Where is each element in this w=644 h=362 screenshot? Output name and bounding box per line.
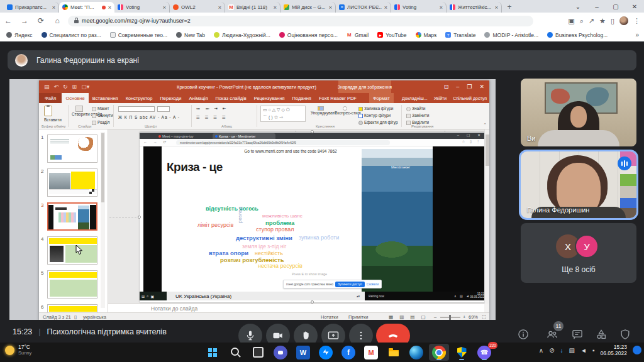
tray-display-icon[interactable]: ▤ xyxy=(569,347,575,354)
stop-sharing-button[interactable]: Зупинити доступ xyxy=(335,282,365,287)
side-panel-icon[interactable]: ▯ xyxy=(611,17,614,25)
tell-me-label[interactable]: Докладніш... xyxy=(402,96,428,101)
tab-close-icon[interactable]: × xyxy=(163,4,166,11)
slide-thumbnail-4[interactable] xyxy=(47,236,97,265)
browser-menu-icon[interactable]: ⋮ xyxy=(633,17,640,25)
zoom-percentage[interactable]: 69% xyxy=(469,314,478,320)
paste-button[interactable]: Вставити xyxy=(44,106,62,122)
browser-tab[interactable]: Вхідні (1 118)× xyxy=(225,2,280,13)
font-size-box[interactable] xyxy=(157,106,170,112)
bookmark-item[interactable]: Maps xyxy=(416,32,437,38)
browser-tab[interactable]: Voting× xyxy=(391,2,447,13)
view-buttons[interactable]: ▦ ▥ ▤ ▢ xyxy=(389,314,428,320)
tab-close-icon[interactable]: × xyxy=(440,4,443,11)
tray-download-icon[interactable]: ↓ xyxy=(560,347,564,354)
ppt-close-icon[interactable]: ✕ xyxy=(479,84,484,90)
tab-close-icon[interactable]: × xyxy=(108,4,111,11)
taskbar-icon-defender[interactable] xyxy=(452,344,472,361)
ribbon-tab-3[interactable]: Вставлення xyxy=(89,93,122,103)
taskbar-icon-messenger[interactable] xyxy=(316,344,336,361)
tab-search-icon[interactable]: ⌄ xyxy=(569,3,587,10)
ribbon-tab-2[interactable]: Основне xyxy=(62,93,88,103)
tray-mic-icon[interactable]: ⊘ xyxy=(549,347,554,354)
taskbar-icon-word[interactable] xyxy=(293,344,313,361)
tab-close-icon[interactable]: × xyxy=(218,4,221,11)
ribbon-tab-5[interactable]: Переходи xyxy=(156,93,185,103)
redo-icon[interactable]: ↻ xyxy=(63,84,68,90)
notes-toggle[interactable]: Нотатки xyxy=(321,314,338,320)
shape-effects-button[interactable]: Ефекти для фігур xyxy=(358,120,398,125)
slide-scrollbar[interactable] xyxy=(484,129,489,304)
share-label[interactable]: Спільний доступ xyxy=(453,96,487,101)
browser-tab[interactable]: Voting× xyxy=(114,2,170,13)
spellcheck-icon[interactable]: ▯ xyxy=(74,314,77,320)
meeting-details-button[interactable] xyxy=(516,327,531,342)
ribbon-tab-10[interactable]: Foxit Reader PDF xyxy=(315,93,360,103)
replace-button[interactable]: Замінити xyxy=(406,113,429,118)
find-button[interactable]: Знайти xyxy=(406,106,425,111)
browser-tab[interactable]: Мій диск – G...× xyxy=(280,2,336,13)
taskbar-icon-start[interactable] xyxy=(203,344,223,361)
bookmark-item[interactable]: Оцінювання персо... xyxy=(279,32,338,38)
taskbar-clock[interactable]: 15:2306.05.2022 xyxy=(600,344,627,356)
collapse-ribbon-icon[interactable]: ⌃ xyxy=(483,123,487,128)
taskbar-icon-facebook[interactable] xyxy=(338,344,358,361)
zoom-out-icon[interactable]: – xyxy=(434,314,436,320)
bookmark-item[interactable]: YouTube xyxy=(377,32,406,38)
activities-button[interactable] xyxy=(594,327,609,342)
new-slide-button[interactable]: Створити слайд xyxy=(72,106,88,116)
url-input[interactable]: meet.google.com/mzg-ojrw-iuy?authuser=2 xyxy=(68,16,533,26)
reload-icon[interactable]: ⟳ xyxy=(33,16,49,25)
ribbon-tab-4[interactable]: Конструктор xyxy=(122,93,157,103)
secure-lock-icon[interactable] xyxy=(74,20,79,23)
ribbon-options-icon[interactable]: ⊡ xyxy=(444,84,449,90)
tray-expand-icon[interactable]: ∧ xyxy=(539,347,543,354)
taskbar-icon-file-explorer[interactable] xyxy=(384,344,404,361)
comments-toggle[interactable]: Примітки xyxy=(348,314,368,320)
bookmark-item[interactable]: Яндекс xyxy=(6,32,33,38)
new-tab-button[interactable]: + xyxy=(504,3,514,13)
tab-close-icon[interactable]: × xyxy=(384,4,387,11)
tab-close-icon[interactable]: × xyxy=(52,4,55,11)
taskbar-icon-task-view[interactable] xyxy=(248,344,268,361)
taskbar-icon-search[interactable] xyxy=(225,344,245,361)
camera-extension-icon[interactable]: ▣ xyxy=(568,17,574,25)
close-icon[interactable]: ✕ xyxy=(625,3,644,10)
ribbon-tab-1[interactable]: Файл xyxy=(39,93,62,103)
reset-button[interactable]: Скинути xyxy=(92,113,113,118)
layout-button[interactable]: Макет xyxy=(92,106,109,111)
thumbnail-scrollbar[interactable] xyxy=(101,132,105,308)
ribbon-tab-6[interactable]: Анімація xyxy=(185,93,211,103)
browser-tab[interactable]: Життєстійкіс...× xyxy=(447,2,502,13)
save-icon[interactable]: ▤ xyxy=(44,84,50,90)
bookmarks-overflow-icon[interactable]: » xyxy=(635,31,639,38)
ribbon-tab-8[interactable]: Рецензування xyxy=(250,93,289,103)
list-buttons[interactable]: ≔ ≕ ⇥ ⇤ xyxy=(196,106,228,111)
bookmark-item[interactable]: New Tab xyxy=(176,32,205,38)
taskbar-icon-gmail[interactable] xyxy=(361,344,381,361)
maximize-icon[interactable]: ▢ xyxy=(606,3,625,10)
taskbar-icon-chrome[interactable] xyxy=(429,344,449,361)
bookmark-item[interactable]: Business Psycholog... xyxy=(547,32,608,38)
section-button[interactable]: Розділ xyxy=(92,120,109,125)
slide-thumbnail-2[interactable] xyxy=(47,168,97,197)
forward-icon[interactable]: → xyxy=(16,16,33,25)
selection-handle-top[interactable] xyxy=(311,130,314,133)
ppt-restore-icon[interactable]: ❐ xyxy=(467,84,472,90)
tab-close-icon[interactable]: × xyxy=(329,4,332,11)
tray-volume-icon[interactable]: ◄ xyxy=(580,347,587,354)
bookmark-item[interactable]: Translate xyxy=(445,32,475,38)
zoom-in-icon[interactable]: + xyxy=(463,314,465,320)
notification-center-icon[interactable] xyxy=(633,346,641,354)
notes-pane[interactable]: Нотатки до слайда xyxy=(108,304,484,312)
bookmark-item[interactable]: Gmail xyxy=(347,32,369,38)
hide-notice-link[interactable]: Сховати xyxy=(367,282,379,286)
tab-close-icon[interactable]: × xyxy=(274,4,277,11)
current-slide[interactable]: Meet – mzg-ojrw-iuy Криза - це - Mentime… xyxy=(140,132,486,302)
chat-panel-button[interactable] xyxy=(570,327,585,342)
shape-outline-button[interactable]: Контур фігури xyxy=(358,113,391,118)
slide-thumbnail-3-selected[interactable] xyxy=(47,202,97,231)
language-status[interactable]: українська xyxy=(83,314,106,320)
bookmark-item[interactable]: MODIP - Aristotle... xyxy=(484,32,538,38)
bookmark-item[interactable]: Людина-Художній... xyxy=(214,32,270,38)
